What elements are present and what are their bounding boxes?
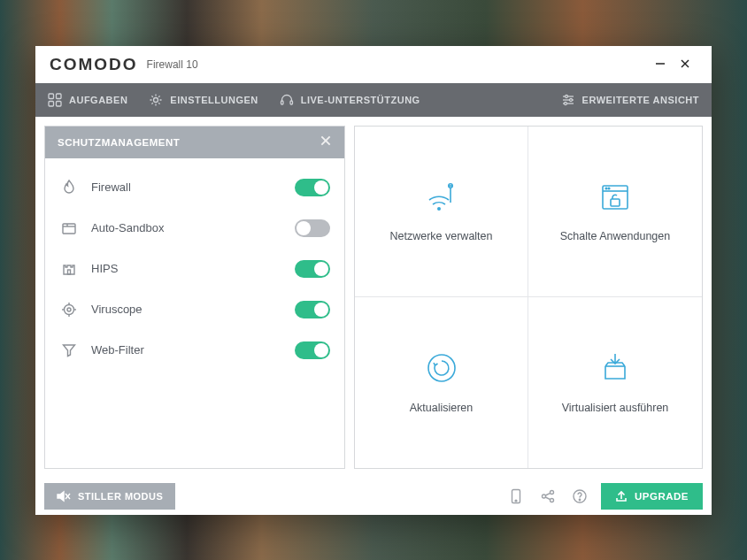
wifi-icon — [424, 180, 459, 214]
tile-label: Schalte Anwendungen — [560, 230, 670, 242]
download-box-icon — [597, 350, 633, 386]
help-button[interactable] — [569, 488, 590, 504]
toolbar-tasks[interactable]: AUFGABEN — [48, 93, 127, 107]
protection-item-webfilter: Web-Filter — [59, 330, 330, 371]
svg-rect-8 — [281, 101, 283, 104]
tile-unblock-apps[interactable]: Schalte Anwendungen — [528, 127, 702, 297]
funnel-icon — [59, 342, 79, 358]
svg-rect-18 — [63, 224, 75, 234]
svg-point-11 — [565, 95, 567, 97]
svg-rect-3 — [49, 94, 54, 99]
protection-item-hips: HIPS — [59, 249, 330, 289]
toolbar-settings-label: EINSTELLUNGEN — [170, 95, 258, 105]
svg-point-13 — [569, 98, 572, 101]
svg-point-34 — [605, 188, 607, 189]
unlock-window-icon — [597, 180, 633, 214]
svg-rect-36 — [611, 199, 620, 206]
protection-item-label: Web-Filter — [91, 343, 282, 357]
upload-icon — [615, 490, 628, 502]
silent-mode-button[interactable]: STILLER MODUS — [44, 483, 175, 510]
upgrade-label: UPGRADE — [635, 491, 689, 502]
svg-rect-21 — [68, 270, 71, 274]
silent-mode-label: STILLER MODUS — [78, 491, 163, 502]
protection-panel-header: SCHUTZMANAGEMENT — [45, 127, 344, 158]
svg-line-48 — [545, 497, 550, 500]
svg-point-50 — [579, 499, 580, 500]
sliders-icon — [561, 93, 575, 107]
toolbar-advanced-view[interactable]: ERWEITERTE ANSICHT — [561, 93, 699, 107]
tile-label: Virtualisiert ausführen — [562, 402, 669, 414]
toolbar-support-label: LIVE-UNTERSTÜTZUNG — [301, 95, 420, 105]
toggle-viruscope[interactable] — [295, 301, 330, 318]
protection-item-label: HIPS — [91, 262, 282, 275]
share-icon — [540, 488, 556, 504]
tile-label: Netzwerke verwalten — [389, 230, 492, 242]
svg-rect-6 — [57, 101, 62, 106]
refresh-icon — [424, 350, 459, 386]
protection-list: Firewall Auto-Sandbox HIPS — [45, 158, 344, 380]
mute-icon — [57, 490, 71, 502]
tile-label: Aktualisieren — [410, 402, 474, 414]
tile-run-virtual[interactable]: Virtualisiert ausführen — [528, 297, 702, 468]
toggle-autosandbox[interactable] — [295, 219, 330, 237]
box-icon — [59, 220, 79, 236]
svg-rect-9 — [290, 101, 293, 104]
headset-icon — [280, 93, 294, 107]
tile-grid: Netzwerke verwalten Schalte Anwendungen … — [355, 127, 702, 468]
svg-point-45 — [550, 490, 553, 494]
svg-point-44 — [542, 495, 545, 498]
tiles-panel: Netzwerke verwalten Schalte Anwendungen … — [354, 126, 703, 469]
toolbar-advanced-label: ERWEITERTE ANSICHT — [582, 95, 699, 105]
toggle-hips[interactable] — [295, 260, 330, 278]
footer: STILLER MODUS UPGRADE — [35, 478, 712, 515]
brand-product: Firewall 10 — [147, 58, 198, 71]
tile-update[interactable]: Aktualisieren — [355, 297, 528, 468]
svg-point-37 — [428, 355, 455, 381]
toggle-webfilter[interactable] — [295, 341, 330, 359]
toolbar-tasks-label: AUFGABEN — [69, 95, 127, 105]
protection-item-label: Firewall — [91, 180, 282, 194]
share-button[interactable] — [537, 488, 558, 504]
upgrade-button[interactable]: UPGRADE — [601, 483, 703, 510]
protection-panel-title: SCHUTZMANAGEMENT — [58, 137, 180, 148]
mobile-icon — [510, 488, 522, 504]
protection-item-firewall: Firewall — [59, 167, 330, 208]
gear-icon — [149, 93, 163, 107]
protection-item-viruscope: Viruscope — [59, 289, 330, 330]
tile-manage-networks[interactable]: Netzwerke verwalten — [355, 127, 528, 297]
body-area: SCHUTZMANAGEMENT Firewall A — [35, 117, 712, 478]
castle-icon — [59, 261, 79, 277]
titlebar: COMODO Firewall 10 — [35, 46, 712, 83]
toolbar-settings[interactable]: EINSTELLUNGEN — [149, 93, 258, 107]
toolbar-support[interactable]: LIVE-UNTERSTÜTZUNG — [280, 93, 420, 107]
app-window: COMODO Firewall 10 AUFGABEN EINSTELLUNGE… — [35, 46, 712, 515]
flame-icon — [59, 179, 79, 196]
grid-icon — [48, 93, 62, 107]
svg-point-35 — [608, 188, 610, 189]
minimize-button[interactable] — [648, 58, 673, 72]
mobile-button[interactable] — [505, 488, 527, 504]
svg-line-47 — [545, 493, 550, 495]
svg-point-23 — [67, 308, 71, 311]
target-icon — [59, 302, 79, 318]
close-button[interactable] — [673, 58, 697, 72]
brand-logo: COMODO — [50, 55, 138, 74]
svg-rect-5 — [49, 101, 54, 106]
toggle-firewall[interactable] — [295, 179, 330, 196]
svg-point-28 — [437, 207, 441, 211]
protection-item-label: Auto-Sandbox — [91, 221, 282, 234]
protection-item-autosandbox: Auto-Sandbox — [59, 208, 330, 249]
svg-point-7 — [154, 97, 158, 102]
protection-panel: SCHUTZMANAGEMENT Firewall A — [44, 126, 345, 469]
svg-point-43 — [515, 500, 517, 502]
minimize-icon — [655, 58, 666, 69]
svg-point-46 — [550, 498, 553, 502]
svg-point-22 — [65, 304, 74, 314]
close-icon — [680, 58, 690, 69]
help-icon — [572, 488, 588, 504]
close-icon — [320, 134, 332, 147]
main-toolbar: AUFGABEN EINSTELLUNGEN LIVE-UNTERSTÜTZUN… — [35, 83, 712, 117]
protection-panel-close[interactable] — [320, 134, 332, 151]
protection-item-label: Viruscope — [91, 303, 282, 316]
svg-rect-4 — [57, 94, 62, 99]
